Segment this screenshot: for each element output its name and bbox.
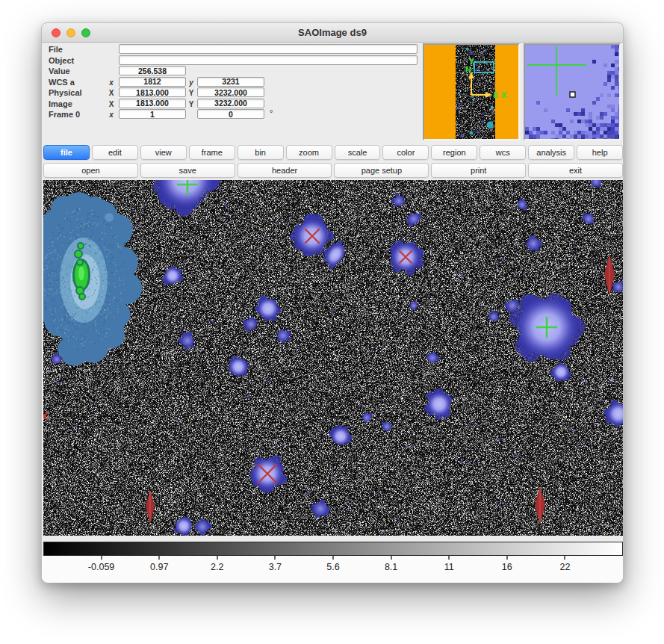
- colorbar-tick-label: 8.1: [365, 562, 418, 572]
- colorbar-tick: [217, 556, 218, 560]
- frame-label: Frame 0: [49, 110, 80, 119]
- menu-wcs[interactable]: wcs: [480, 145, 526, 160]
- traffic-lights: [52, 28, 90, 37]
- menu-help[interactable]: help: [577, 145, 623, 160]
- menu-region[interactable]: region: [431, 145, 477, 160]
- menu-color[interactable]: color: [382, 145, 429, 160]
- open-button[interactable]: open: [43, 163, 138, 178]
- exit-button[interactable]: exit: [528, 163, 623, 178]
- window-title: SAOImage ds9: [298, 27, 367, 38]
- image-y-axis-label: Y: [187, 100, 196, 108]
- title-bar[interactable]: SAOImage ds9: [42, 23, 623, 43]
- frame-x-axis-label: x: [107, 111, 116, 119]
- minimize-button[interactable]: [66, 28, 75, 37]
- value-label: Value: [49, 66, 70, 75]
- physical-y-field[interactable]: [197, 87, 264, 97]
- degree-symbol: °: [270, 108, 273, 117]
- ds9-window: SAOImage ds9 File Object Value WCS a x y…: [41, 22, 624, 583]
- close-button[interactable]: [52, 28, 60, 37]
- colorbar-tick: [274, 556, 276, 560]
- panner-canvas[interactable]: [424, 45, 518, 139]
- colorbar[interactable]: [43, 542, 623, 556]
- menu-bar: file edit view frame bin zoom scale colo…: [43, 145, 623, 160]
- physical-x-axis-label: X: [107, 89, 116, 97]
- wcs-x-field[interactable]: [119, 77, 186, 87]
- magnifier-canvas: [525, 45, 619, 139]
- colorbar-tick-label: 5.6: [307, 562, 359, 572]
- image-x-axis-label: X: [107, 100, 116, 108]
- colorbar-tick-label: 2.2: [191, 562, 243, 572]
- print-button[interactable]: print: [431, 163, 526, 178]
- colorbar-tick-label: -0.059: [75, 562, 128, 572]
- colorbar-tick: [391, 556, 392, 560]
- menu-zoom[interactable]: zoom: [286, 145, 332, 160]
- colorbar-tick: [101, 556, 102, 560]
- menu-view[interactable]: view: [140, 145, 187, 160]
- panner-panel[interactable]: [423, 43, 520, 140]
- colorbar-tick-label: 11: [423, 562, 475, 572]
- menu-scale[interactable]: scale: [335, 145, 381, 160]
- wcs-x-axis-label: x: [107, 78, 116, 87]
- colorbar-tick-label: 16: [481, 562, 533, 572]
- wcs-y-axis-label: y: [187, 78, 196, 87]
- wcs-label: WCS a: [49, 78, 75, 87]
- physical-label: Physical: [49, 88, 82, 97]
- colorbar-tick-label: 3.7: [249, 562, 301, 572]
- file-submenu-bar: open save header page setup print exit: [43, 163, 623, 178]
- file-field[interactable]: [119, 44, 418, 54]
- value-field[interactable]: [119, 66, 186, 75]
- image-x-field[interactable]: [119, 99, 186, 108]
- file-label: File: [49, 45, 63, 54]
- frame-zoom-field[interactable]: [119, 109, 186, 119]
- starfield-canvas[interactable]: [43, 180, 623, 536]
- image-label: Image: [49, 99, 72, 108]
- menu-frame[interactable]: frame: [189, 145, 235, 160]
- colorbar-tick-label: 0.97: [133, 562, 185, 572]
- save-button[interactable]: save: [140, 163, 235, 178]
- colorbar-scale: -0.0590.972.23.75.68.1111622: [42, 556, 623, 583]
- menu-file[interactable]: file: [43, 145, 90, 160]
- zoom-button[interactable]: [81, 28, 90, 37]
- frame-rotate-field[interactable]: [197, 109, 264, 119]
- physical-x-field[interactable]: [119, 87, 186, 97]
- menu-edit[interactable]: edit: [92, 145, 138, 160]
- menu-bin[interactable]: bin: [238, 145, 284, 160]
- colorbar-tick: [448, 556, 450, 560]
- image-display[interactable]: [43, 180, 623, 536]
- menu-analysis[interactable]: analysis: [528, 145, 574, 160]
- physical-y-axis-label: Y: [187, 89, 196, 97]
- colorbar-tick-label: 22: [539, 562, 591, 572]
- page-setup-button[interactable]: page setup: [334, 163, 429, 178]
- colorbar-tick: [158, 556, 160, 560]
- magnifier-panel: [524, 43, 621, 140]
- object-label: Object: [49, 56, 74, 65]
- object-field[interactable]: [119, 55, 418, 65]
- image-y-field[interactable]: [197, 99, 264, 108]
- header-button[interactable]: header: [238, 163, 332, 178]
- colorbar-tick: [506, 556, 508, 560]
- wcs-y-field[interactable]: [197, 77, 264, 87]
- colorbar-tick: [564, 556, 565, 560]
- colorbar-tick: [332, 556, 334, 560]
